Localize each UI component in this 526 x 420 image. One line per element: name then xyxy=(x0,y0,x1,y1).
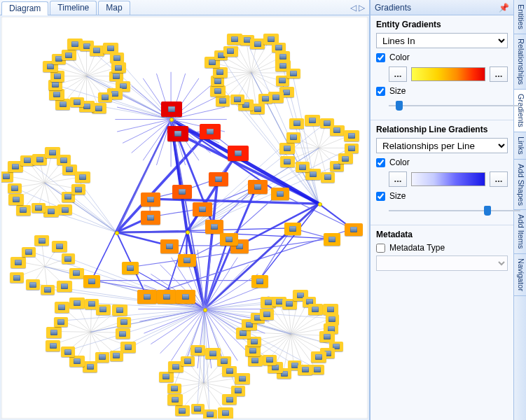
entity-node[interactable] xyxy=(11,257,26,268)
entity-node[interactable] xyxy=(8,183,22,193)
entity-node[interactable] xyxy=(141,192,160,206)
entity-node[interactable] xyxy=(220,233,237,246)
entity-node[interactable] xyxy=(112,304,127,316)
entity-node[interactable] xyxy=(345,144,359,153)
entity-node[interactable] xyxy=(167,384,181,393)
entity-node[interactable] xyxy=(218,407,233,419)
entity-node[interactable] xyxy=(26,279,40,289)
entity-node[interactable] xyxy=(159,372,174,382)
entity-node[interactable] xyxy=(167,126,189,141)
entity-node[interactable] xyxy=(344,130,359,141)
entity-node[interactable] xyxy=(70,97,84,107)
entity-node[interactable] xyxy=(98,92,112,102)
tab-nav-right-icon[interactable]: ▷ xyxy=(359,3,365,13)
entity-node[interactable] xyxy=(52,241,67,252)
metadata-type-checkbox[interactable] xyxy=(376,244,385,253)
entity-node[interactable] xyxy=(49,89,64,100)
tab-nav-left-icon[interactable]: ◁ xyxy=(350,3,357,13)
entity-node[interactable] xyxy=(248,180,268,194)
entity-node[interactable] xyxy=(41,285,55,295)
entity-node[interactable] xyxy=(50,71,65,81)
entity-node[interactable] xyxy=(321,172,335,183)
entity-node[interactable] xyxy=(10,272,25,283)
entity-node[interactable] xyxy=(69,356,85,367)
entity-node[interactable] xyxy=(172,185,193,200)
entity-node[interactable] xyxy=(61,346,75,356)
entity-node[interactable] xyxy=(210,85,226,97)
entity-node[interactable] xyxy=(57,281,72,292)
entity-node[interactable] xyxy=(55,99,70,109)
tab-diagram[interactable]: Diagram xyxy=(1,1,48,15)
entity-node[interactable] xyxy=(90,46,104,56)
entity-node[interactable] xyxy=(46,340,60,351)
entity-node[interactable] xyxy=(1,172,13,182)
entity-node[interactable] xyxy=(289,118,304,129)
entity-node[interactable] xyxy=(228,146,249,161)
entity-node[interactable] xyxy=(280,156,295,167)
hub-node[interactable] xyxy=(186,230,190,234)
entity-node[interactable] xyxy=(46,327,62,338)
entity-node[interactable] xyxy=(330,125,345,136)
entity-node[interactable] xyxy=(345,223,362,236)
hub-node[interactable] xyxy=(115,231,119,235)
relationship-color-right-button[interactable]: ... xyxy=(490,172,508,187)
entity-node[interactable] xyxy=(34,235,49,246)
entity-node[interactable] xyxy=(223,46,238,57)
tab-timeline[interactable]: Timeline xyxy=(50,1,97,15)
entity-color-left-button[interactable]: ... xyxy=(389,66,407,82)
entity-node[interactable] xyxy=(205,220,223,233)
entity-node[interactable] xyxy=(178,254,195,267)
entity-node[interactable] xyxy=(110,351,124,360)
entity-node[interactable] xyxy=(311,351,326,363)
entity-node[interactable] xyxy=(263,355,277,365)
entity-node[interactable] xyxy=(22,247,36,257)
entity-node[interactable] xyxy=(230,94,244,104)
entity-node[interactable] xyxy=(319,331,335,342)
entity-node[interactable] xyxy=(54,317,68,327)
entity-node[interactable] xyxy=(8,194,24,205)
relationship-size-checkbox[interactable] xyxy=(376,192,385,201)
entity-node[interactable] xyxy=(16,205,31,216)
entity-node[interactable] xyxy=(157,290,177,304)
entity-node[interactable] xyxy=(69,298,85,309)
relationship-color-left-button[interactable]: ... xyxy=(389,172,407,187)
relationship-color-checkbox[interactable] xyxy=(376,158,385,167)
entity-node[interactable] xyxy=(57,204,72,215)
entity-node[interactable] xyxy=(117,317,131,327)
entity-node[interactable] xyxy=(137,290,158,304)
tab-map[interactable]: Map xyxy=(98,1,130,15)
entity-node[interactable] xyxy=(110,52,124,62)
entity-node[interactable] xyxy=(69,268,84,279)
entity-node[interactable] xyxy=(116,328,130,339)
entity-node[interactable] xyxy=(62,253,76,263)
entity-node[interactable] xyxy=(209,172,229,187)
entity-node[interactable] xyxy=(191,404,205,414)
entity-node[interactable] xyxy=(57,155,71,164)
entity-node[interactable] xyxy=(62,50,76,60)
entity-node[interactable] xyxy=(167,394,183,405)
entity-node[interactable] xyxy=(323,304,338,315)
entity-node[interactable] xyxy=(203,410,217,419)
entity-node[interactable] xyxy=(32,203,46,213)
entity-node[interactable] xyxy=(122,262,139,274)
entity-node[interactable] xyxy=(75,172,90,183)
entity-node[interactable] xyxy=(83,275,100,288)
entity-node[interactable] xyxy=(251,275,268,288)
vtab-add-shapes[interactable]: Add Shapes xyxy=(514,160,526,211)
entity-node[interactable] xyxy=(324,233,340,246)
entity-node[interactable] xyxy=(160,239,179,253)
entity-node[interactable] xyxy=(43,206,59,217)
relationship-gradients-select[interactable]: Relationships per Line xyxy=(376,138,508,153)
hub-node[interactable] xyxy=(203,308,207,312)
vtab-entities[interactable]: Entities xyxy=(514,0,526,34)
entity-node[interactable] xyxy=(286,69,300,78)
entity-node[interactable] xyxy=(83,361,97,372)
vtab-navigator[interactable]: Navigator xyxy=(514,254,526,296)
entity-node[interactable] xyxy=(181,356,195,366)
entity-node[interactable] xyxy=(96,304,111,315)
entity-node[interactable] xyxy=(308,304,323,314)
entity-node[interactable] xyxy=(284,223,301,235)
entity-node[interactable] xyxy=(296,162,310,172)
entity-node[interactable] xyxy=(279,143,295,154)
entity-node[interactable] xyxy=(260,309,275,319)
